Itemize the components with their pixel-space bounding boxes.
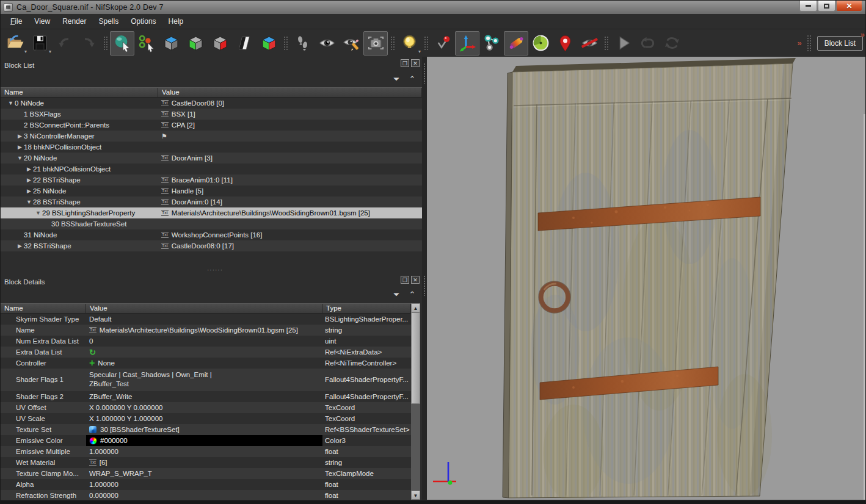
menu-item-spells[interactable]: Spells (93, 15, 125, 28)
block-list-row[interactable]: ▶32 BSTriShapeTxtCastleDoor08:0 [17] (1, 240, 422, 251)
scroll-down-icon[interactable]: ▼ (411, 491, 420, 500)
close-panel-icon[interactable]: ✕ (411, 59, 420, 67)
detail-value-cell[interactable]: #000000 (86, 435, 322, 446)
expander-icon[interactable]: ▶ (25, 164, 33, 175)
detail-value-cell[interactable]: Txt[6] (86, 457, 322, 468)
detail-value-cell[interactable]: 0.000000 (86, 490, 322, 500)
float-panel-icon[interactable]: ❐ (401, 276, 409, 284)
toolbar-overflow-corner-icon[interactable]: » (861, 30, 864, 39)
dock-viewport-splitter[interactable] (422, 57, 427, 500)
dropdown-caret-icon[interactable]: ▾ (24, 49, 27, 54)
toolbar-button-bone-heat[interactable] (504, 31, 528, 56)
minimize-button[interactable] (799, 1, 817, 12)
block-details-row[interactable]: Wet MaterialTxt[6]string (1, 457, 411, 468)
toolbar-button-redo[interactable] (76, 31, 101, 56)
toolbar-button-edit-eye[interactable] (339, 31, 363, 56)
toolbar-button-cube-front-green[interactable] (183, 31, 208, 56)
expander-icon[interactable]: ▶ (25, 185, 33, 196)
expand-all-icon[interactable]: ⌃ (406, 290, 418, 298)
toolbar-button-node-links[interactable] (479, 31, 504, 56)
toolbar-button-undo[interactable] (52, 31, 76, 56)
column-header-value[interactable]: Value (86, 304, 322, 313)
detail-value-cell[interactable]: X 0.000000 Y 0.000000 (86, 402, 322, 413)
detail-value-cell[interactable]: +None (86, 358, 322, 369)
block-list-row[interactable]: ▶18 bhkNPCollisionObject (1, 142, 422, 153)
toolbar-button-screenshot-camera[interactable] (363, 31, 388, 56)
detail-value-cell[interactable]: ZBuffer_Write (86, 391, 322, 402)
block-details-row[interactable]: Refraction Strength0.000000float (1, 490, 411, 500)
toolbar-button-clock-green[interactable] (528, 31, 553, 56)
detail-value-cell[interactable]: 0 (86, 336, 322, 347)
toolbar-button-two-sided-plane[interactable] (232, 31, 257, 56)
detail-value-cell[interactable]: 1.000000 (86, 479, 322, 490)
expander-icon[interactable]: ▼ (7, 98, 15, 109)
column-header-name[interactable]: Name (1, 88, 158, 97)
column-header-type[interactable]: Type (322, 304, 411, 313)
block-details-row[interactable]: NameTxtMaterials\Architecture\Buildings\… (1, 325, 411, 336)
block-details-row[interactable]: Emissive Color#000000Color3 (1, 435, 411, 446)
toolbar-button-walk-footsteps[interactable] (290, 31, 315, 56)
toolbar-button-show-eye[interactable] (315, 31, 339, 56)
expand-all-icon[interactable]: ⌃ (406, 75, 418, 83)
block-list-row[interactable]: ▼0 NiNodeTxtCastleDoor08 [0] (1, 98, 422, 109)
block-list-row[interactable]: ▼29 BSLightingShaderPropertyTxtMaterials… (1, 207, 422, 218)
block-list-row[interactable]: 30 BSShaderTextureSet (1, 218, 422, 229)
menu-item-options[interactable]: Options (125, 15, 162, 28)
maximize-button[interactable] (818, 1, 835, 12)
close-button[interactable]: ✕ (836, 1, 862, 12)
menu-item-view[interactable]: View (28, 15, 56, 28)
block-details-row[interactable]: Controller+NoneRef<NiTimeController> (1, 358, 411, 369)
expander-icon[interactable]: ▶ (16, 131, 24, 142)
toolbar-button-hide-eye-slash[interactable] (577, 31, 602, 56)
block-list-row[interactable]: ▶22 BSTriShapeTxtBraceAnim01:0 [11] (1, 175, 422, 185)
block-list-row[interactable]: ▼20 NiNodeTxtDoorAnim [3] (1, 153, 422, 164)
toolbar-button-cube-top-blue[interactable] (159, 31, 183, 56)
expander-icon[interactable]: ▼ (34, 207, 42, 218)
block-details-row[interactable]: Texture Clamp Mo...WRAP_S_WRAP_TTexClamp… (1, 468, 411, 479)
expander-icon[interactable]: ▶ (16, 240, 24, 251)
block-details-row[interactable]: Texture Set30 [BSShaderTextureSet]Ref<BS… (1, 424, 411, 435)
block-list-row[interactable]: ▶3 NiControllerManager⚑ (1, 131, 422, 142)
expander-icon[interactable]: ▶ (16, 142, 24, 153)
block-list-row[interactable]: ▶21 bhkNPCollisionObject (1, 164, 422, 175)
dropdown-caret-icon[interactable]: ▾ (418, 49, 421, 54)
block-details-row[interactable]: UV ScaleX 1.000000 Y 1.000000TexCoord (1, 413, 411, 424)
detail-value-cell[interactable]: 30 [BSShaderTextureSet] (86, 424, 322, 435)
block-list-row[interactable]: 1 BSXFlagsTxtBSX [1] (1, 109, 422, 120)
toolbar-button-loop[interactable] (635, 31, 660, 56)
toolbar-button-play[interactable] (611, 31, 635, 56)
block-details-row[interactable]: Num Extra Data List0uint (1, 336, 411, 347)
toolbar-button-marker-pin-red[interactable] (553, 31, 577, 56)
block-list-row[interactable]: 2 BSConnectPoint::ParentsTxtCPA [2] (1, 120, 422, 131)
expander-icon[interactable]: ▶ (25, 175, 33, 185)
panel-splitter[interactable]: ······ (1, 267, 422, 273)
toolbar-button-save-floppy[interactable]: ▾ (27, 31, 52, 56)
column-header-name[interactable]: Name (1, 304, 86, 313)
menu-item-render[interactable]: Render (56, 15, 92, 28)
column-header-value[interactable]: Value (158, 88, 422, 97)
block-details-row[interactable]: UV OffsetX 0.000000 Y 0.000000TexCoord (1, 402, 411, 413)
toolbar-button-lightbulb[interactable]: ▾ (397, 31, 421, 56)
dropdown-caret-icon[interactable]: ▾ (49, 49, 51, 54)
float-panel-icon[interactable]: ❐ (401, 59, 409, 67)
toolbar-button-select-sphere[interactable] (110, 31, 134, 56)
block-list-toolbar-button[interactable]: Block List (817, 36, 863, 51)
toolbar-button-open-folder[interactable]: ▾ (3, 31, 27, 56)
viewport-3d[interactable] (427, 57, 866, 500)
collapse-all-icon[interactable]: ⏷ (390, 75, 402, 83)
menu-item-help[interactable]: Help (162, 15, 190, 28)
expander-icon[interactable]: ▼ (25, 196, 33, 207)
block-details-row[interactable]: Shader Flags 1Specular | Cast_Shadows | … (1, 369, 411, 391)
toolbar-button-select-vertices[interactable] (134, 31, 159, 56)
toolbar-button-cube-side-red[interactable] (208, 31, 232, 56)
block-details-row[interactable]: Shader Flags 2ZBuffer_WriteFallout4Shade… (1, 391, 411, 402)
viewport-canvas[interactable] (427, 57, 866, 500)
collapse-all-icon[interactable]: ⏷ (390, 290, 402, 298)
expander-icon[interactable]: ▼ (16, 153, 24, 164)
block-details-row[interactable]: Skyrim Shader TypeDefaultBSLightingShade… (1, 314, 411, 325)
block-list-row[interactable]: ▶25 NiNodeTxtHandle [5] (1, 185, 422, 196)
block-details-scrollbar[interactable]: ▲ ▼ (411, 303, 420, 500)
block-list-row[interactable]: ▼28 BSTriShapeTxtDoorAnim:0 [14] (1, 196, 422, 207)
close-panel-icon[interactable]: ✕ (411, 276, 420, 284)
block-details-row[interactable]: Emissive Multiple1.000000float (1, 446, 411, 457)
